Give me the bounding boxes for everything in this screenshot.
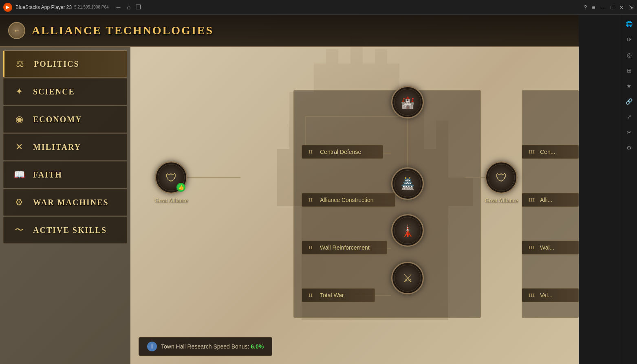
politics-icon: ⚖	[13, 57, 27, 71]
nav-label-active-skills: ACTIVE SKILLS	[33, 226, 107, 235]
window-controls: ? ≡ — □ ✕ ⇲	[584, 0, 634, 14]
tier2-top-node[interactable]: 🏰	[391, 86, 424, 118]
badge-tier3-val[interactable]: III Val...	[522, 288, 579, 302]
nav-item-politics[interactable]: ⚖ POLITICS	[3, 50, 127, 77]
game-area: ← Alliance Technologies ⚖ POLITICS ✦ SCI…	[0, 15, 637, 364]
info-bar: i Town Hall Research Speed Bonus: 6.0%	[139, 337, 272, 356]
badge-label-alliance-construction: Alliance Construction	[320, 197, 374, 203]
tool-star[interactable]: ★	[623, 80, 635, 92]
tier1-node-label: Great Alliance	[154, 197, 187, 204]
war-machines-icon: ⚙	[12, 195, 26, 210]
info-icon: i	[147, 342, 157, 351]
tech-area: 🛡 👍 Great Alliance 🏰 🏯 🗼	[130, 47, 579, 364]
military-icon: ✕	[12, 140, 26, 154]
thumbs-up-badge: 👍	[176, 183, 185, 192]
tier3-num-4: III	[529, 292, 537, 298]
nav-bookmark-btn[interactable]: ☐	[135, 3, 141, 11]
back-button[interactable]: ←	[8, 22, 25, 39]
tier1-great-alliance-node[interactable]: 🛡 👍 Great Alliance	[155, 161, 187, 194]
app-icon: ▶	[3, 3, 12, 12]
tier3-num-2: III	[529, 197, 537, 203]
page-header: ← Alliance Technologies	[0, 15, 579, 47]
tier-num-total-war: II	[309, 292, 317, 298]
info-text: Town Hall Research Speed Bonus: 6.0%	[161, 343, 264, 350]
tool-location[interactable]: ◎	[623, 49, 635, 61]
war-icon: ⚔	[403, 272, 413, 285]
badge-tier3-alliance[interactable]: III Alli...	[522, 193, 579, 207]
nav-label-faith: FAITH	[33, 170, 62, 180]
info-label: Town Hall Research Speed Bonus:	[161, 343, 251, 350]
tier2-gate-node[interactable]: 🗼	[391, 214, 424, 247]
badge-central-defense[interactable]: II Central Defense	[302, 145, 383, 159]
tool-scissors[interactable]: ✂	[623, 126, 635, 138]
app-version: 5.21.505.1008 P64	[74, 5, 109, 9]
nav-label-politics: POLITICS	[34, 59, 79, 69]
page-title: Alliance Technologies	[32, 24, 214, 37]
tier2-right-label: Great Alliance	[485, 197, 518, 204]
tool-sync[interactable]: ⟳	[623, 33, 635, 46]
app-name: BlueStacks App Player 23	[15, 4, 72, 10]
faith-icon: 📖	[12, 167, 26, 182]
castle-icon: 🏰	[401, 96, 415, 109]
nav-item-economy[interactable]: ◉ ECONOMY	[3, 106, 127, 133]
nav-buttons: ← ⌂ ☐	[115, 3, 141, 11]
tower-icon: 🏯	[401, 177, 415, 191]
left-nav: ⚖ POLITICS ✦ SCIENCE ◉ ECONOMY ✕ MILITAR…	[0, 47, 130, 364]
nav-item-science[interactable]: ✦ SCIENCE	[3, 78, 127, 105]
tier-num-alliance-construction: II	[309, 197, 317, 203]
shield2-icon: 🛡	[496, 171, 507, 184]
menu-btn[interactable]: ≡	[592, 4, 595, 11]
game-content: ← Alliance Technologies ⚖ POLITICS ✦ SCI…	[0, 15, 579, 364]
tool-globe[interactable]: 🌐	[623, 18, 635, 30]
tool-link[interactable]: 🔗	[623, 95, 635, 107]
economy-icon: ◉	[12, 112, 26, 127]
gate-icon: 🗼	[401, 224, 415, 237]
nav-back-btn[interactable]: ←	[115, 4, 122, 11]
badge-tier3-label-1: Cen...	[540, 149, 555, 155]
minimize-btn[interactable]: —	[600, 4, 606, 11]
close-btn[interactable]: ✕	[619, 4, 624, 11]
badge-wall-reinforcement[interactable]: II Wall Reinforcement	[302, 241, 387, 254]
badge-label-wall-reinforcement: Wall Reinforcement	[320, 244, 370, 251]
nav-label-science: SCIENCE	[33, 87, 75, 96]
badge-tier3-label-3: Wal...	[540, 244, 554, 251]
badge-total-war[interactable]: II Total War	[302, 288, 375, 302]
tier3-num-1: III	[529, 149, 537, 155]
badge-tier3-wall[interactable]: III Wal...	[522, 241, 579, 254]
tier2-war-node[interactable]: ⚔	[391, 262, 424, 294]
info-highlight: 6.0%	[251, 343, 264, 350]
back-icon: ←	[13, 26, 20, 35]
badge-label-central-defense: Central Defense	[320, 149, 361, 155]
nav-label-military: MILITARY	[33, 143, 81, 152]
badge-tier3-label-4: Val...	[540, 292, 553, 298]
resize-btn[interactable]: ⇲	[629, 4, 634, 11]
badge-alliance-construction[interactable]: II Alliance Construction	[302, 193, 395, 207]
nav-home-btn[interactable]: ⌂	[127, 4, 131, 11]
nav-item-active-skills[interactable]: 〜 ACTIVE SKILLS	[3, 217, 127, 243]
nav-label-war-machines: WAR MACHINES	[33, 198, 109, 207]
tech-tree: 🛡 👍 Great Alliance 🏰 🏯 🗼	[130, 47, 579, 364]
tier-num-central-defense: II	[309, 149, 317, 155]
nav-item-war-machines[interactable]: ⚙ WAR MACHINES	[3, 189, 127, 216]
right-sidebar: 🌐 ⟳ ◎ ⊞ ★ 🔗 ⤢ ✂ ⚙	[621, 15, 637, 364]
maximize-btn[interactable]: □	[611, 4, 614, 11]
alliance-icon: 🛡	[165, 171, 177, 184]
tier2-center-node[interactable]: 🏯	[391, 167, 424, 200]
tool-expand[interactable]: ⤢	[623, 111, 635, 123]
tier-num-wall-reinforcement: II	[309, 244, 317, 251]
tool-grid[interactable]: ⊞	[623, 64, 635, 77]
nav-item-military[interactable]: ✕ MILITARY	[3, 134, 127, 160]
nav-label-economy: ECONOMY	[33, 115, 82, 124]
title-bar: ▶ BlueStacks App Player 23 5.21.505.1008…	[0, 0, 637, 15]
help-btn[interactable]: ?	[584, 4, 587, 11]
tier3-num-3: III	[529, 244, 537, 251]
badge-tier3-label-2: Alli...	[540, 197, 552, 203]
nav-item-faith[interactable]: 📖 FAITH	[3, 161, 127, 188]
science-icon: ✦	[12, 84, 26, 99]
tool-settings[interactable]: ⚙	[623, 142, 635, 154]
badge-label-total-war: Total War	[320, 292, 344, 298]
badge-tier3-central[interactable]: III Cen...	[522, 145, 579, 159]
active-skills-icon: 〜	[12, 223, 26, 237]
tier2-right-node[interactable]: 🛡 Great Alliance	[485, 161, 518, 194]
